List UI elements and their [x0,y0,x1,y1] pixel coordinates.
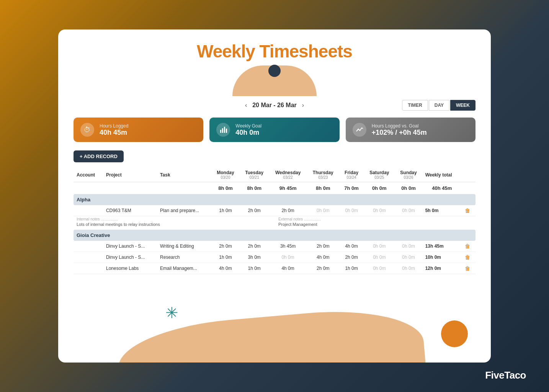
cell-tuesday: 2h 0m [240,241,269,252]
day-view-button[interactable]: DAY [429,100,449,111]
hours-logged-value: 40h 45m [100,129,128,137]
internal-notes-box: Internal notes ................ Lots of … [77,217,271,227]
delete-icon[interactable]: 🗑 [465,254,470,260]
internal-notes-label: Internal notes ................ [77,217,271,221]
cell-sunday: 0h 0m [395,263,422,274]
cell-delete[interactable]: 🗑 [462,263,475,274]
cell-wednesday: 3h 45m [269,241,307,252]
cell-tuesday: 3h 0m [240,252,269,263]
week-view-button[interactable]: WEEK [450,100,475,111]
hours-logged-card: ⏱ Hours Logged 40h 45m [74,118,203,142]
col-task: Task [157,168,211,182]
orange-circle [441,320,468,347]
group-row-0: Alpha [74,194,475,205]
cell-saturday: 0h 0m [364,205,395,216]
cell-account [74,263,103,274]
group-name-0: Alpha [74,194,475,205]
brand-label: FiveTaco [485,369,526,381]
cell-wednesday: 0h 0m [269,252,307,263]
cell-thursday: 2h 0m [307,241,339,252]
totals-actions [462,182,475,194]
col-project: Project [103,168,157,182]
col-weekly-total: Weekly total [422,168,462,182]
notes-cell: Internal notes ................ Lots of … [74,216,475,230]
delete-icon[interactable]: 🗑 [465,265,470,271]
cell-monday: 4h 0m [211,263,240,274]
cell-wednesday: 4h 0m [269,263,307,274]
date-range-label: 20 Mar - 26 Mar [252,102,297,109]
col-tuesday: Tuesday 03/21 [240,168,269,182]
svg-rect-3 [226,129,227,133]
timer-view-button[interactable]: TIMER [402,100,428,111]
cell-task: Email Managem... [157,263,211,274]
totals-friday: 7h 0m [339,182,364,194]
external-notes-label: External notes ................ [278,217,472,221]
internal-notes-text: Lots of internal meetings to relay instr… [77,222,271,227]
view-toggle: TIMER DAY WEEK [402,100,475,111]
cell-delete[interactable]: 🗑 [462,205,475,216]
cell-task: Plan and prepare... [157,205,211,216]
totals-sunday: 0h 0m [395,182,422,194]
table-row: CD963 T&M Plan and prepare... 1h 0m2h 0m… [74,205,475,216]
cell-monday: 1h 0m [211,252,240,263]
star-decoration: ✳ [165,305,185,324]
cell-thursday: 4h 0m [307,252,339,263]
cell-monday: 1h 0m [211,205,240,216]
cell-saturday: 0h 0m [364,263,395,274]
external-notes-box: External notes ................ Project … [278,217,472,227]
totals-saturday: 0h 0m [364,182,395,194]
cell-thursday: 2h 0m [307,263,339,274]
vs-goal-info: Hours Logged vs. Goal +102% / +0h 45m [372,123,427,137]
vs-goal-card: Hours Logged vs. Goal +102% / +0h 45m [346,118,475,142]
notes-row: Internal notes ................ Lots of … [74,216,475,230]
vs-goal-value: +102% / +0h 45m [372,129,427,137]
vs-goal-icon [353,123,366,137]
table-row: Dinvy Launch - S... Writing & Editing 2h… [74,241,475,252]
date-navigation: ‹ 20 Mar - 26 Mar › TIMER DAY WEEK [74,100,475,111]
table-header-row: Account Project Task Monday 03/20 Tuesda… [74,168,475,182]
cell-sunday: 0h 0m [395,252,422,263]
cell-weekly-total: 5h 0m [422,205,462,216]
cell-weekly-total: 12h 0m [422,263,462,274]
add-record-button[interactable]: + ADD RECORD [74,150,124,162]
cell-sunday: 0h 0m [395,241,422,252]
totals-monday: 8h 0m [211,182,240,194]
weekly-goal-info: Weekly Goal 40h 0m [235,123,261,137]
cell-tuesday: 2h 0m [240,205,269,216]
cell-friday: 4h 0m [339,241,364,252]
col-sunday: Sunday 03/26 [395,168,422,182]
cell-delete[interactable]: 🗑 [462,252,475,263]
weekly-goal-icon [216,123,230,137]
cell-delete[interactable]: 🗑 [462,241,475,252]
col-account: Account [74,168,103,182]
cell-monday: 2h 0m [211,241,240,252]
cell-weekly-total: 10h 0m [422,252,462,263]
cell-tuesday: 1h 0m [240,263,269,274]
weekly-goal-card: Weekly Goal 40h 0m [209,118,339,142]
page-title: Weekly Timesheets [74,41,475,62]
top-dot [268,65,281,77]
col-thursday: Thursday 03/23 [307,168,339,182]
cell-friday: 0h 0m [339,205,364,216]
deco-top [74,65,475,96]
cell-account [74,241,103,252]
delete-icon[interactable]: 🗑 [465,243,470,249]
group-row-1: Gioia Creative [74,230,475,241]
cell-sunday: 0h 0m [395,205,422,216]
external-notes-text: Project Management [278,222,472,227]
col-saturday: Saturday 03/25 [364,168,395,182]
prev-week-button[interactable]: ‹ [245,102,247,109]
totals-weekly-total: 40h 45m [422,182,462,194]
date-range-nav: ‹ 20 Mar - 26 Mar › [245,102,304,109]
deco-bottom: ✳ [58,286,491,363]
col-friday: Friday 03/24 [339,168,364,182]
hours-logged-label: Hours Logged [100,123,128,129]
totals-tuesday: 8h 0m [240,182,269,194]
cell-account [74,252,103,263]
hours-logged-icon: ⏱ [80,123,94,137]
col-wednesday: Wednesday 03/22 [269,168,307,182]
weekly-goal-label: Weekly Goal [235,123,261,129]
hours-logged-info: Hours Logged 40h 45m [100,123,128,137]
cell-friday: 1h 0m [339,263,364,274]
delete-icon[interactable]: 🗑 [465,207,470,214]
